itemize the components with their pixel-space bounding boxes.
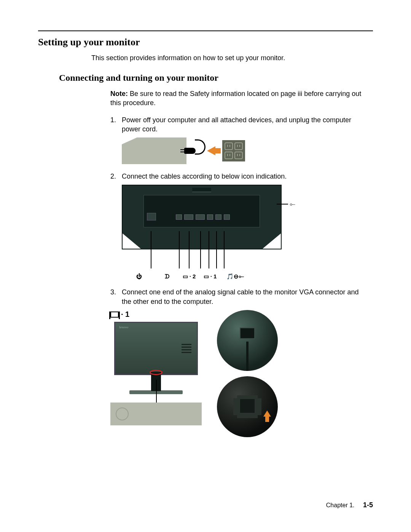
- step-2: 2. Connect the cables according to below…: [110, 172, 365, 181]
- monitor-stand-mount-icon: [192, 188, 211, 192]
- monitor-logo: lenovo: [119, 325, 128, 329]
- page-footer: Chapter 1. 1-5: [326, 501, 373, 509]
- subsection-title: Connecting and turning on your monitor: [59, 73, 373, 83]
- vga-step-label: · 1: [110, 310, 202, 319]
- insert-arrow-icon: [263, 411, 271, 422]
- usb-side-port-icon: ⟜: [277, 201, 295, 208]
- vga-computer-closeup-icon: [217, 376, 278, 437]
- monitor-stand-icon: [151, 372, 161, 391]
- section-title: Setting up your monitor: [38, 37, 373, 48]
- displayport-icon: ᗪ: [156, 273, 178, 280]
- note-label: Note:: [110, 90, 128, 97]
- monitor-rear-icon: lenovo: [114, 322, 198, 375]
- step-3-text: Connect one end of the analog signal cab…: [122, 288, 365, 306]
- monitor-vent-icon: [182, 342, 191, 355]
- figure-unplug-power: [122, 137, 373, 164]
- section-rule: [38, 30, 373, 31]
- section-intro: This section provides information on how…: [91, 54, 373, 62]
- step-2-number: 2.: [110, 172, 122, 181]
- computer-fan-icon: [116, 407, 129, 420]
- port-indicator-lines: [122, 249, 282, 272]
- step-1-text: Power off your computer and all attached…: [122, 115, 365, 134]
- figure-vga-connection: · 1 lenovo: [110, 310, 373, 437]
- vga-connector-icon: [110, 312, 119, 318]
- step-3-number: 3.: [110, 288, 122, 306]
- footer-page-number: 1-5: [363, 501, 373, 509]
- vga-icon: ▭ · 1: [200, 273, 220, 280]
- vga-monitor-closeup-icon: [217, 310, 278, 371]
- port-row-icon: [176, 214, 230, 220]
- power-port-icon: [147, 213, 156, 220]
- wall-outlet-icon: [222, 140, 245, 161]
- cable-ring-icon: [150, 370, 162, 375]
- audio-usb-icon: 🎵⊖⟜: [220, 273, 250, 280]
- power-icon: ⏻: [122, 273, 156, 280]
- step-1-number: 1.: [110, 115, 122, 134]
- footer-chapter: Chapter 1.: [326, 502, 355, 508]
- computer-top-icon: [110, 403, 202, 425]
- step-3: 3. Connect one end of the analog signal …: [110, 288, 365, 306]
- monitor-back-panel-icon: [143, 195, 260, 227]
- port-icon-legend: ⏻ ᗪ ▭ · 2 ▭ · 1 🎵⊖⟜: [122, 273, 282, 280]
- note-paragraph: Note: Be sure to read the Safety informa…: [110, 89, 365, 108]
- step-2-text: Connect the cables according to below ic…: [122, 172, 365, 181]
- power-plug-icon: [184, 148, 196, 154]
- unplug-arrow-body-icon: [215, 148, 221, 153]
- computer-icon: [122, 137, 186, 164]
- figure-monitor-ports: ⟜ ⏻ ᗪ ▭ · 2 ▭ · 1 🎵⊖⟜: [122, 185, 373, 280]
- step-1: 1. Power off your computer and all attac…: [110, 115, 365, 134]
- power-cord-icon: [195, 139, 206, 155]
- note-text: Be sure to read the Safety information l…: [110, 90, 361, 107]
- unplug-arrow-icon: [207, 146, 215, 155]
- hdmi-icon: ▭ · 2: [178, 273, 200, 280]
